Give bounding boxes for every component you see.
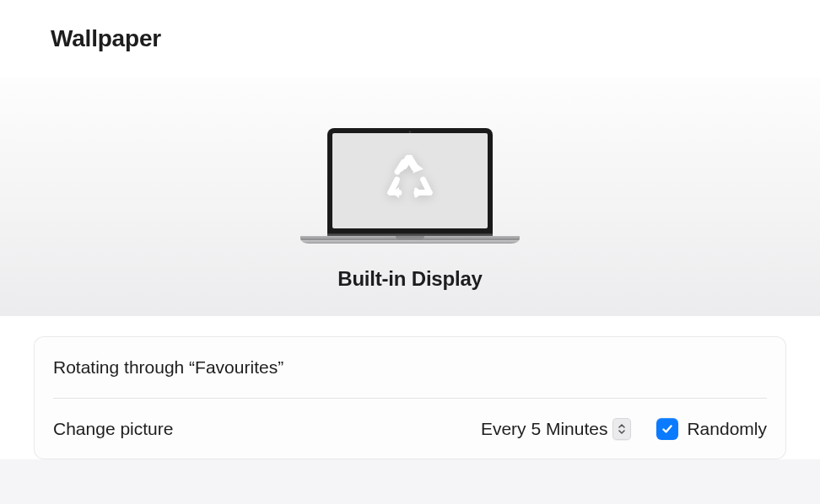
laptop-screen <box>332 133 488 228</box>
change-picture-label: Change picture <box>53 419 481 439</box>
svg-marker-1 <box>413 162 423 173</box>
svg-marker-3 <box>414 187 423 196</box>
change-picture-dropdown[interactable]: Every 5 Minutes <box>481 418 632 440</box>
change-picture-value: Every 5 Minutes <box>481 419 608 439</box>
laptop-preview <box>300 128 520 244</box>
settings-section: Rotating through “Favourites” Change pic… <box>0 316 820 459</box>
rotating-label: Rotating through “Favourites” <box>53 357 767 378</box>
header: Wallpaper <box>0 0 820 78</box>
wallpaper-preview-area: Built-in Display <box>0 78 820 316</box>
settings-card: Rotating through “Favourites” Change pic… <box>34 336 786 459</box>
checkmark-icon <box>661 422 674 436</box>
recycle-icon <box>384 153 436 209</box>
laptop-camera <box>409 131 412 133</box>
randomly-checkbox[interactable] <box>656 418 678 440</box>
laptop-base <box>300 236 520 244</box>
display-label: Built-in Display <box>337 267 482 291</box>
updown-chevron-icon <box>612 418 631 440</box>
page-title: Wallpaper <box>51 25 820 52</box>
laptop-screen-frame <box>327 128 493 233</box>
randomly-label: Randomly <box>687 419 767 439</box>
rotating-row: Rotating through “Favourites” <box>53 337 767 398</box>
randomly-checkbox-group[interactable]: Randomly <box>656 418 767 440</box>
laptop-notch <box>396 236 424 239</box>
change-picture-row: Change picture Every 5 Minutes <box>53 398 767 458</box>
